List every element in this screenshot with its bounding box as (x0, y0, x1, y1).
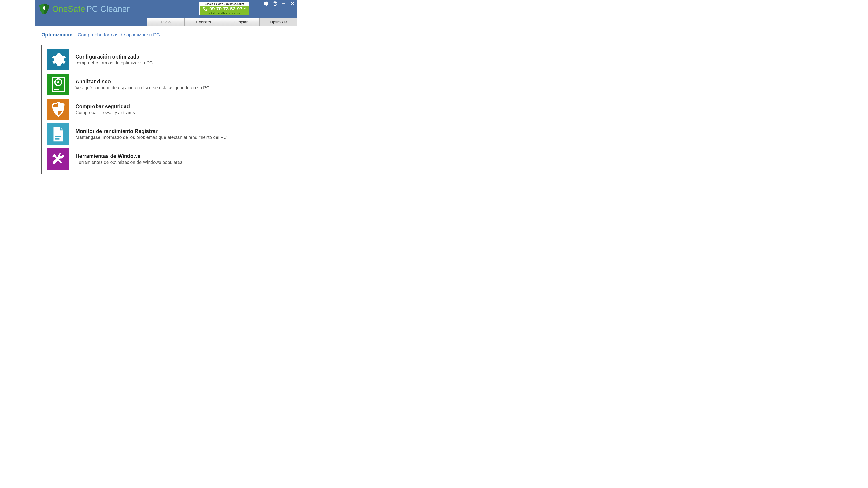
brand-text-cleaner: Cleaner (100, 4, 130, 13)
gear-icon (48, 49, 69, 70)
help-contact-box[interactable]: Besoin d'aide? Contactez-nous! 09 70 73 … (199, 2, 249, 15)
option-title: Comprobar seguridad (75, 103, 135, 109)
help-phone-row: 09 70 73 52 97 * (199, 6, 249, 12)
option-perf-monitor[interactable]: Monitor de rendimiento Registrar Manténg… (48, 123, 285, 145)
option-windows-tools[interactable]: Herramientas de Windows Herramientas de … (48, 148, 285, 170)
brand-text-one: One (52, 4, 68, 13)
tab-home[interactable]: Inicio (147, 18, 185, 26)
header: OneSafePC Cleaner Besoin d'aide? Contact… (35, 0, 297, 18)
svg-point-0 (43, 6, 45, 8)
logo: OneSafePC Cleaner (38, 3, 130, 15)
close-icon[interactable] (290, 1, 295, 6)
option-text: Herramientas de Windows Herramientas de … (75, 153, 182, 165)
brand-title: OneSafePC Cleaner (52, 4, 130, 14)
svg-rect-8 (55, 138, 60, 140)
option-title: Configuración optimizada (75, 54, 153, 60)
shield-check-icon (48, 98, 69, 120)
svg-rect-7 (55, 136, 61, 137)
page-subtitle: - Compruebe formas de optimizar su PC (75, 32, 160, 37)
brand-text-safe: Safe (68, 4, 85, 13)
tabs: Inicio Registro Limpiar Optimizar (35, 18, 297, 26)
page-title: Optimización (41, 32, 72, 38)
disk-icon (48, 74, 69, 95)
shield-logo-icon (38, 3, 51, 15)
window-controls (264, 1, 295, 6)
option-text: Comprobar seguridad Comprobar firewall y… (75, 103, 135, 115)
help-bottom-label: *Prix d'un appel local. Art. 6.1 CGV (199, 12, 249, 15)
help-icon[interactable] (272, 1, 277, 6)
option-desc: Manténgase informado de los problemas qu… (75, 135, 227, 140)
option-check-security[interactable]: Comprobar seguridad Comprobar firewall y… (48, 98, 285, 120)
tab-registry[interactable]: Registro (185, 18, 222, 26)
brand-text-pc: PC (87, 4, 98, 13)
content: Optimización - Compruebe formas de optim… (35, 26, 297, 180)
tools-icon (48, 148, 69, 170)
option-text: Configuración optimizada compruebe forma… (75, 54, 153, 66)
help-top-label: Besoin d'aide? Contactez-nous! (199, 2, 249, 6)
option-desc: compruebe formas de optimizar su PC (75, 60, 153, 66)
option-desc: Comprobar firewall y antivirus (75, 110, 135, 115)
option-optimized-config[interactable]: Configuración optimizada compruebe forma… (48, 49, 285, 70)
help-phone-number: 09 70 73 52 97 * (209, 6, 246, 11)
svg-rect-2 (282, 3, 285, 4)
page-heading: Optimización - Compruebe formas de optim… (41, 32, 291, 38)
svg-rect-6 (54, 89, 59, 90)
option-desc: Herramientas de optimización de Windows … (75, 160, 182, 165)
option-text: Monitor de rendimiento Registrar Manténg… (75, 128, 227, 140)
options-box: Configuración optimizada compruebe forma… (41, 44, 291, 174)
gear-icon[interactable] (264, 1, 268, 6)
svg-point-5 (57, 81, 59, 84)
app-window: OneSafePC Cleaner Besoin d'aide? Contact… (35, 0, 298, 180)
option-title: Herramientas de Windows (75, 153, 182, 159)
phone-icon (203, 6, 208, 11)
option-text: Analizar disco Vea qué cantidad de espac… (75, 78, 211, 90)
option-title: Monitor de rendimiento Registrar (75, 128, 227, 134)
option-title: Analizar disco (75, 78, 211, 85)
option-analyze-disk[interactable]: Analizar disco Vea qué cantidad de espac… (48, 74, 285, 95)
minimize-icon[interactable] (281, 1, 286, 6)
tab-optimize[interactable]: Optimizar (260, 18, 297, 26)
option-desc: Vea qué cantidad de espacio en disco se … (75, 85, 211, 90)
tab-clean[interactable]: Limpiar (222, 18, 260, 26)
document-icon (48, 123, 69, 145)
